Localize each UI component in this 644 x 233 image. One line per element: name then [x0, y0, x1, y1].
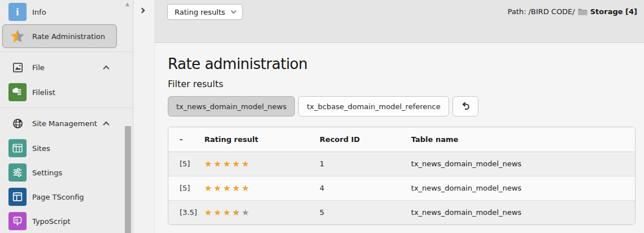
rating-score: [5]: [168, 152, 197, 176]
star-rating-module-icon: [8, 27, 27, 45]
header-dash: -: [168, 127, 197, 152]
record-id: 5: [313, 200, 403, 225]
sidebar-item-info[interactable]: i Info: [2, 0, 117, 24]
star-full-icon: ★: [214, 208, 223, 218]
table-name: tx_news_domain_model_news: [403, 176, 635, 200]
star-full-icon: ★: [214, 159, 223, 169]
path-record-title: Storage [4]: [590, 7, 637, 16]
table-header-row: - Rating result Record ID Table name: [168, 127, 635, 152]
chevron-right-icon: [140, 8, 145, 14]
sidebar-scroll-up-icon[interactable]: ▲: [125, 2, 129, 7]
expand-sidebar-button[interactable]: [140, 6, 148, 14]
reset-filter-button[interactable]: [452, 96, 478, 116]
sidebar-group-divider: [0, 107, 133, 108]
table-name: tx_news_domain_model_news: [403, 200, 635, 225]
filter-button-news[interactable]: tx_news_domain_model_news: [168, 96, 295, 116]
header-record-id: Record ID: [313, 127, 403, 152]
info-module-icon: i: [8, 3, 27, 21]
star-empty-icon: ★: [242, 208, 251, 218]
record-id: 4: [313, 176, 403, 200]
sites-module-icon: [8, 139, 27, 157]
sidebar-item-label: File: [32, 63, 45, 72]
module-sidebar: i Info Rate Administration: [0, 0, 133, 233]
star-full-icon: ★: [223, 208, 232, 218]
sidebar-item-label: Site Management: [32, 119, 97, 128]
star-full-icon: ★: [232, 183, 241, 193]
star-full-icon: ★: [232, 159, 241, 169]
star-full-icon: ★: [223, 159, 232, 169]
filelist-module-icon: [8, 83, 27, 101]
page-title: Rate administration: [168, 55, 636, 72]
sidebar-item-label: Info: [32, 8, 46, 16]
star-full-icon: ★: [242, 159, 251, 169]
sidebar-scrollbar-thumb[interactable]: [125, 126, 131, 233]
table-row: [5]★★★★★4tx_news_domain_model_news: [168, 176, 635, 200]
sidebar-collapse-strip: [133, 0, 155, 233]
star-full-icon: ★: [214, 183, 223, 193]
dropdown-selected-label: Rating results: [175, 8, 225, 16]
table-name: tx_news_domain_model_news: [403, 152, 635, 176]
star-full-icon: ★: [204, 159, 214, 169]
sidebar-item-label: Page TSconfig: [32, 193, 84, 201]
sidebar-item-rate-administration[interactable]: Rate Administration: [2, 24, 117, 48]
chevron-down-icon: [230, 8, 236, 14]
star-full-icon: ★: [204, 183, 214, 193]
rating-results-table-card: - Rating result Record ID Table name [5]…: [168, 127, 636, 225]
chevron-up-icon[interactable]: [103, 65, 109, 71]
module-content: Rate administration Filter results tx_ne…: [155, 43, 644, 233]
path-prefix: Path: /BIRD CODE/: [507, 7, 575, 16]
function-select-dropdown[interactable]: Rating results: [167, 4, 243, 20]
filter-button-bcbase-reference[interactable]: tx_bcbase_domain_model_reference: [298, 96, 449, 116]
header-table-name: Table name: [403, 127, 635, 152]
doc-header: Rating results Path: /BIRD CODE/ Storage…: [155, 0, 644, 43]
folder-icon: [578, 8, 588, 15]
sidebar-item-settings[interactable]: Settings: [2, 161, 117, 184]
table-row: [5]★★★★★1tx_news_domain_model_news: [168, 152, 635, 176]
sidebar-item-label: Settings: [32, 169, 62, 177]
sidebar-item-label: TypoScript: [32, 217, 71, 226]
rating-score: [3.5]: [168, 200, 197, 225]
sidebar-item-site-management[interactable]: Site Management: [2, 111, 117, 136]
image-file-icon: [8, 59, 27, 77]
page-path: Path: /BIRD CODE/ Storage [4]: [507, 0, 637, 23]
chevron-up-icon[interactable]: [103, 121, 109, 127]
star-full-icon: ★: [223, 183, 232, 193]
sidebar-item-file[interactable]: File: [2, 55, 117, 80]
filter-button-row: tx_news_domain_model_news tx_bcbase_doma…: [168, 96, 636, 116]
sidebar-item-typoscript[interactable]: TypoScript: [2, 209, 117, 233]
globe-icon: [8, 115, 27, 133]
sidebar-item-label: Sites: [32, 144, 50, 153]
rating-table-body: [5]★★★★★1tx_news_domain_model_news[5]★★★…: [168, 152, 635, 225]
sidebar-group-divider: [0, 51, 133, 52]
sidebar-item-sites[interactable]: Sites: [2, 136, 117, 160]
main-area: Rating results Path: /BIRD CODE/ Storage…: [155, 0, 644, 233]
rating-stars: ★★★★★: [197, 152, 313, 176]
star-full-icon: ★: [204, 208, 214, 218]
sidebar-item-label: Rate Administration: [32, 32, 105, 41]
path-record[interactable]: Storage [4]: [578, 7, 637, 16]
settings-sliders-icon: [8, 163, 27, 182]
filter-heading: Filter results: [168, 79, 636, 89]
star-half-icon: ★★: [232, 208, 241, 218]
sidebar-item-label: Filelist: [32, 88, 55, 97]
rating-score: [5]: [168, 176, 197, 200]
header-rating-result: Rating result: [197, 127, 313, 152]
rating-stars: ★★★★★: [197, 176, 313, 200]
page-tsconfig-icon: [8, 188, 27, 206]
sidebar-item-filelist[interactable]: Filelist: [2, 80, 117, 104]
app-window: i Info Rate Administration: [0, 0, 644, 233]
rating-results-table: - Rating result Record ID Table name [5]…: [168, 127, 635, 225]
undo-arrow-icon: [460, 102, 470, 111]
sidebar-item-page-tsconfig[interactable]: Page TSconfig: [2, 185, 117, 209]
rating-stars: ★★★★★★: [197, 200, 313, 225]
star-full-icon: ★: [242, 183, 251, 193]
record-id: 1: [313, 152, 403, 176]
table-row: [3.5]★★★★★★5tx_news_domain_model_news: [168, 200, 635, 225]
typoscript-icon: [8, 212, 27, 230]
